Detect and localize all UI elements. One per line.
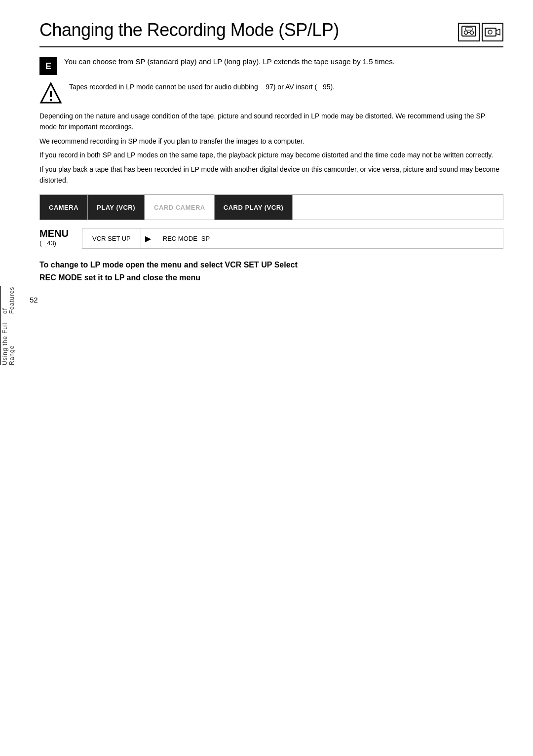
side-label-text2: of Features: [1, 286, 15, 314]
menu-label-group: MENU ( 43): [39, 228, 74, 247]
instruction-line2: REC MODE set it to LP and close the menu: [39, 271, 503, 284]
menu-arrow-icon: ▶: [141, 234, 155, 243]
menu-block: MENU ( 43) VCR SET UP ▶ REC MODE SP: [39, 228, 503, 249]
menu-ref: ( 43): [39, 239, 74, 247]
title-row: Changing the Recording Mode (SP/LP): [39, 20, 503, 47]
menu-label: MENU: [39, 228, 74, 239]
side-label-text1: Using the Full Range: [1, 314, 15, 365]
intro-row: E You can choose from SP (standard play)…: [39, 56, 503, 75]
body-para-3: We recommend recording in SP mode if you…: [39, 136, 503, 147]
svg-rect-3: [465, 28, 472, 30]
icon-camera: [482, 23, 503, 41]
page-container: Using the Full Range of Features Changin…: [0, 0, 533, 319]
body-para-2: Depending on the nature and usage condit…: [39, 111, 503, 133]
warning-text: Tapes recorded in LP mode cannot be used…: [69, 82, 335, 93]
svg-rect-7: [50, 91, 52, 97]
warning-block: Tapes recorded in LP mode cannot be used…: [39, 82, 503, 105]
body-paragraphs: Depending on the nature and usage condit…: [39, 111, 503, 186]
e-badge: E: [39, 57, 57, 75]
svg-rect-4: [485, 28, 496, 36]
warning-icon: [39, 82, 62, 105]
title-icons: [458, 23, 503, 41]
tab-card-play-vcr[interactable]: CARD PLAY (VCR): [215, 195, 293, 220]
mode-tabs: CAMERA PLAY (VCR) CARD CAMERA CARD PLAY …: [39, 194, 503, 220]
body-para-4: If you record in both SP and LP modes on…: [39, 150, 503, 160]
svg-point-2: [470, 31, 474, 35]
svg-point-1: [464, 31, 468, 35]
tab-camera[interactable]: CAMERA: [40, 195, 88, 220]
menu-diagram: VCR SET UP ▶ REC MODE SP: [82, 228, 503, 249]
svg-point-5: [488, 30, 492, 34]
side-label: Using the Full Range of Features: [0, 286, 14, 365]
instruction-block: To change to LP mode open the menu and s…: [39, 259, 503, 284]
menu-result-value: SP: [201, 235, 210, 242]
menu-item: VCR SET UP: [82, 228, 141, 248]
page-title: Changing the Recording Mode (SP/LP): [39, 20, 339, 40]
body-para-5: If you play back a tape that has been re…: [39, 164, 503, 186]
menu-result-label: REC MODE: [163, 235, 197, 242]
intro-text: You can choose from SP (standard play) a…: [64, 56, 395, 68]
menu-result: REC MODE SP: [155, 235, 218, 242]
svg-rect-8: [50, 99, 52, 101]
page-number: 52: [30, 296, 38, 304]
tab-play-vcr[interactable]: PLAY (VCR): [88, 195, 145, 220]
instruction-line1: To change to LP mode open the menu and s…: [39, 259, 503, 271]
tab-card-camera[interactable]: CARD CAMERA: [145, 195, 215, 220]
icon-tape: [458, 23, 480, 41]
